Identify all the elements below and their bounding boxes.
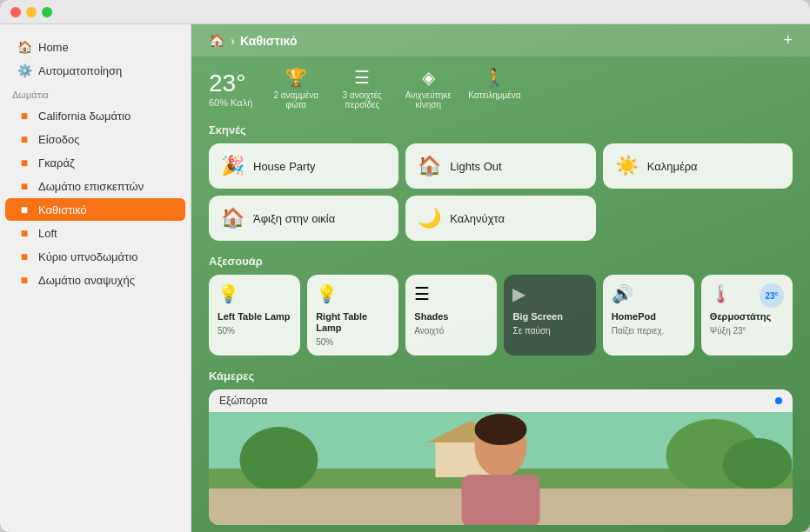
sidebar: 🏠 Home ⚙️ Αυτοματοποίηση Δωμάτια ■ Calif… [0, 24, 191, 532]
sidebar-item-living[interactable]: ■ Καθιστικό [5, 198, 185, 221]
accessory-right-lamp[interactable]: 💡 Right Table Lamp 50% [307, 275, 398, 356]
windows-label: 3 ανοιχτές περσίδες [336, 90, 388, 110]
sidebar-item-eisodos[interactable]: ■ Είσοδος [5, 128, 185, 150]
bigscreen-status: Σε παύση [512, 326, 586, 336]
sidebar-living-label: Καθιστικό [38, 203, 87, 216]
status-bar: 23° 60% Καλή 🏆 2 αναμμένα φώτα ☰ 3 ανοιχ… [209, 67, 793, 110]
sidebar-item-automation[interactable]: ⚙️ Αυτοματοποίηση [5, 59, 185, 82]
title-bar [0, 0, 810, 24]
arrival-icon: 🏠 [221, 207, 244, 229]
homepod-name: HomePod [612, 311, 686, 323]
camera-scene-svg [209, 412, 793, 525]
accessory-shades[interactable]: ☰ Shades Ανοιχτό [405, 275, 497, 356]
breadcrumb-home-icon[interactable]: 🏠 [209, 33, 225, 49]
scene-kalimera[interactable]: ☀️ Καλημέρα [603, 143, 793, 189]
goodnight-label: Καληνύχτα [450, 212, 505, 225]
camera-feed[interactable]: Εξώπορτα [209, 389, 793, 525]
scenes-grid: 🎉 House Party 🏠 Lights Out ☀️ Καλημέρα 🏠… [209, 143, 793, 241]
scenes-section-label: Σκηνές [209, 123, 793, 136]
goodnight-icon: 🌙 [418, 207, 441, 229]
lights-out-icon: 🏠 [418, 155, 441, 177]
room-icon: ■ [17, 156, 31, 170]
sidebar-item-california[interactable]: ■ California δωμάτιο [5, 104, 185, 127]
sidebar-section-rooms: Δωμάτια [0, 83, 191, 103]
sidebar-item-loft[interactable]: ■ Loft [5, 222, 185, 244]
shades-icon: ☰ [414, 283, 488, 304]
scene-goodnight[interactable]: 🌙 Καληνύχτα [405, 196, 595, 241]
main-content: 🏠 › Καθιστικό + 23° 60% Καλή 🏆 [191, 24, 810, 532]
add-button[interactable]: + [783, 31, 793, 50]
minimize-button[interactable] [26, 7, 37, 17]
kalimera-label: Καλημέρα [647, 160, 698, 173]
accessories-section-label: Αξεσουάρ [209, 255, 793, 268]
scene-lights-out[interactable]: 🏠 Lights Out [405, 143, 595, 189]
left-lamp-status: 50% [218, 326, 291, 336]
svg-point-4 [723, 438, 793, 490]
blinds-icon: 🚶 [484, 67, 505, 88]
thermostat-status: Ψύξη 23° [710, 326, 784, 336]
lights-out-label: Lights Out [450, 160, 501, 173]
sidebar-master-label: Κύριο υπνοδωμάτιο [38, 250, 137, 263]
close-button[interactable] [10, 7, 21, 17]
motion-status[interactable]: ◈ Ανιχνεύτηκε κίνηση [402, 67, 454, 110]
sidebar-guest-label: Δωμάτιο επισκεπτών [38, 180, 144, 193]
room-icon: ■ [17, 132, 31, 146]
windows-icon: ☰ [354, 67, 370, 88]
room-icon-active: ■ [17, 203, 31, 216]
lights-icon: 🏆 [285, 67, 307, 88]
shades-name: Shades [414, 311, 488, 323]
accessory-bigscreen[interactable]: ▶ Big Screen Σε παύση [504, 275, 595, 356]
sidebar-automation-label: Αυτοματοποίηση [38, 64, 122, 77]
room-icon: ■ [17, 273, 31, 287]
camera-label-bar: Εξώπορτα [209, 389, 793, 412]
thermostat-icon: 🌡️ [710, 283, 732, 304]
bigscreen-icon: ▶ [512, 283, 586, 304]
sidebar-item-relax[interactable]: ■ Δωμάτιο αναψυχής [5, 269, 185, 291]
status-items: 🏆 2 αναμμένα φώτα ☰ 3 ανοιχτές περσίδες … [270, 67, 520, 110]
fullscreen-button[interactable] [42, 7, 52, 17]
sidebar-item-guest[interactable]: ■ Δωμάτιο επισκεπτών [5, 175, 185, 197]
camera-name: Εξώπορτα [219, 395, 268, 407]
windows-status[interactable]: ☰ 3 ανοιχτές περσίδες [336, 67, 388, 110]
room-icon: ■ [17, 179, 31, 193]
scene-arrival[interactable]: 🏠 Άφιξη στην οικία [209, 196, 398, 241]
thermostat-name: Θερμοστάτης [710, 311, 784, 323]
house-party-icon: 🎉 [221, 155, 244, 177]
blinds-label: Κατειλημμένα [468, 90, 520, 100]
sidebar-california-label: California δωμάτιο [38, 110, 131, 123]
automation-icon: ⚙️ [17, 63, 31, 77]
sidebar-loft-label: Loft [38, 227, 57, 240]
left-lamp-name: Left Table Lamp [218, 311, 291, 323]
homepod-status: Παίζει περιεχ. [612, 326, 686, 336]
lights-status[interactable]: 🏆 2 αναμμένα φώτα [270, 67, 322, 110]
lights-label: 2 αναμμένα φώτα [270, 90, 322, 110]
temperature-display: 23° 60% Καλή [209, 70, 252, 108]
left-lamp-icon: 💡 [218, 283, 291, 304]
right-lamp-icon: 💡 [316, 283, 390, 304]
shades-status: Ανοιχτό [414, 326, 488, 336]
svg-rect-9 [462, 475, 540, 525]
motion-label: Ανιχνεύτηκε κίνηση [402, 90, 454, 110]
humidity-label: 60% Καλή [209, 97, 252, 108]
accessory-thermostat[interactable]: 🌡️ 23° Θερμοστάτης Ψύξη 23° [701, 275, 793, 356]
page-title: Καθιστικό [240, 34, 297, 48]
sidebar-item-home[interactable]: 🏠 Home [5, 36, 185, 58]
room-icon: ■ [17, 226, 31, 240]
arrival-label: Άφιξη στην οικία [253, 212, 335, 225]
accessory-left-lamp[interactable]: 💡 Left Table Lamp 50% [209, 275, 300, 356]
main-header: 🏠 › Καθιστικό + [191, 24, 810, 57]
thermostat-temp-badge: 23° [760, 283, 784, 308]
sidebar-item-garaz[interactable]: ■ Γκαράζ [5, 151, 185, 174]
scene-house-party[interactable]: 🎉 House Party [209, 143, 398, 189]
accessory-homepod[interactable]: 🔊 HomePod Παίζει περιεχ. [603, 275, 694, 356]
room-icon: ■ [17, 109, 31, 123]
house-party-label: House Party [253, 160, 316, 173]
blinds-status[interactable]: 🚶 Κατειλημμένα [468, 67, 520, 110]
bigscreen-name: Big Screen [512, 311, 586, 323]
home-icon: 🏠 [17, 40, 31, 54]
svg-point-10 [475, 414, 527, 445]
camera-live-dot [775, 397, 782, 404]
right-lamp-name: Right Table Lamp [316, 311, 390, 334]
cameras-section-label: Κάμερες [209, 369, 793, 382]
sidebar-item-master[interactable]: ■ Κύριο υπνοδωμάτιο [5, 245, 185, 268]
